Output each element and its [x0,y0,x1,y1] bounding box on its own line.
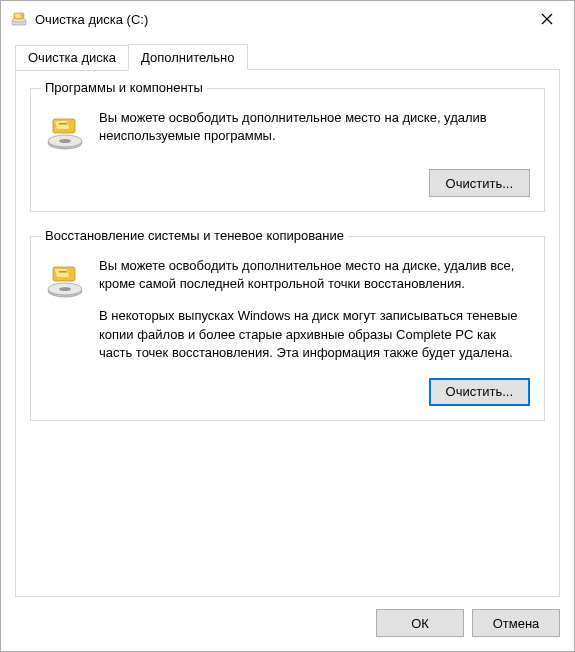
restore-icon [45,261,85,301]
group-programs-components: Программы и компоненты Вы може [30,88,545,212]
dialog-window: Очистка диска (C:) Очистка диска Дополни… [0,0,575,652]
restore-description-1: Вы можете освободить дополнительное мест… [99,257,530,293]
close-button[interactable] [524,4,570,34]
tab-more-options[interactable]: Дополнительно [128,44,248,70]
svg-point-12 [59,287,71,291]
ok-button[interactable]: ОК [376,609,464,637]
restore-description-2: В некоторых выпусках Windows на диск мог… [99,307,530,362]
svg-rect-9 [59,123,67,125]
tab-panel-more: Программы и компоненты Вы може [15,69,560,597]
svg-point-7 [59,139,71,143]
programs-description: Вы можете освободить дополнительное мест… [99,109,530,145]
group-programs-title: Программы и компоненты [41,80,207,95]
dialog-footer: ОК Отмена [1,597,574,651]
svg-rect-14 [59,271,67,273]
cancel-button[interactable]: Отмена [472,609,560,637]
disk-cleanup-icon [11,11,27,27]
group-restore-title: Восстановление системы и теневое копиров… [41,228,348,243]
group-system-restore: Восстановление системы и теневое копиров… [30,236,545,421]
window-title: Очистка диска (C:) [35,12,524,27]
cleanup-restore-button[interactable]: Очистить... [429,378,530,406]
tab-cleanup[interactable]: Очистка диска [15,45,129,71]
programs-icon [45,113,85,153]
cleanup-programs-button[interactable]: Очистить... [429,169,530,197]
tab-strip: Очистка диска Дополнительно [15,43,560,69]
titlebar: Очистка диска (C:) [1,1,574,37]
content-area: Очистка диска Дополнительно Программы и … [1,37,574,597]
